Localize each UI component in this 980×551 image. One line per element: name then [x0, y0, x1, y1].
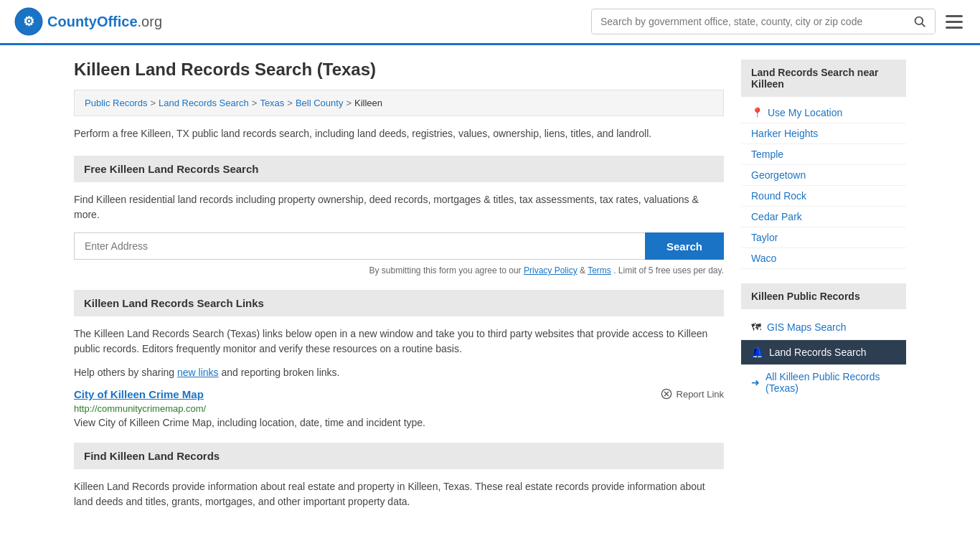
gis-maps-link[interactable]: GIS Maps Search — [767, 321, 847, 333]
list-item: Round Rock — [741, 186, 906, 207]
site-search-input[interactable] — [592, 10, 905, 33]
breadcrumb-sep-1: > — [150, 98, 156, 108]
sidebar-city-round-rock[interactable]: Round Rock — [751, 190, 806, 202]
breadcrumb-sep-2: > — [252, 98, 258, 108]
list-item: Cedar Park — [741, 207, 906, 227]
disclaimer-ampersand: & — [580, 265, 588, 276]
free-search-description: Find Killeen residential land records in… — [74, 192, 724, 222]
breadcrumb-sep-4: > — [346, 98, 352, 108]
header-right — [591, 9, 966, 34]
find-section: Find Killeen Land Records Killeen Land R… — [74, 443, 724, 509]
breadcrumb-public-records[interactable]: Public Records — [85, 98, 147, 108]
breadcrumb-bell-county[interactable]: Bell County — [296, 98, 343, 108]
hamburger-line-3 — [946, 27, 963, 29]
disclaimer-limit: . Limit of 5 free uses per day. — [613, 265, 724, 276]
svg-text:⚙: ⚙ — [23, 14, 34, 29]
map-icon — [751, 321, 761, 334]
site-search-button[interactable] — [905, 9, 935, 34]
address-input[interactable] — [74, 232, 645, 260]
sidebar-city-waco[interactable]: Waco — [751, 253, 776, 264]
search-icon — [913, 15, 926, 28]
address-search-button[interactable]: Search — [645, 232, 724, 260]
site-search-bar — [591, 9, 936, 34]
logo-area: ⚙ CountyOffice.org — [14, 7, 162, 36]
help-prefix: Help others by sharing — [74, 367, 174, 378]
address-form: Search — [74, 232, 724, 260]
all-records-link[interactable]: All Killeen Public Records (Texas) — [765, 371, 896, 394]
sidebar-all-records[interactable]: All Killeen Public Records (Texas) — [741, 365, 906, 400]
link-entry-desc: View City of Killeen Crime Map, includin… — [74, 417, 724, 428]
main-container: Killeen Land Records Search (Texas) Publ… — [60, 45, 920, 534]
sidebar-city-temple[interactable]: Temple — [751, 149, 783, 160]
list-item: Georgetown — [741, 165, 906, 186]
link-entry-url: http://communitycrimemap.com/ — [74, 403, 724, 414]
terms-link[interactable]: Terms — [588, 265, 611, 276]
arrow-icon — [751, 377, 760, 388]
sidebar-land-records[interactable]: Land Records Search — [741, 340, 906, 365]
list-item: Waco — [741, 248, 906, 269]
hamburger-line-1 — [946, 15, 963, 17]
help-text: Help others by sharing new links and rep… — [74, 367, 724, 378]
links-heading: Killeen Land Records Search Links — [74, 290, 724, 316]
list-item: Harker Heights — [741, 123, 906, 144]
list-item: Taylor — [741, 227, 906, 248]
logo-icon: ⚙ — [14, 7, 43, 36]
new-links-link[interactable]: new links — [177, 367, 219, 378]
link-entry: City of Killeen Crime Map Report Link ht… — [74, 388, 724, 428]
sidebar-nearby-list: Use My Location Harker Heights Temple Ge… — [741, 103, 906, 269]
sidebar: Land Records Search near Killeen Use My … — [741, 60, 906, 519]
link-entry-header: City of Killeen Crime Map Report Link — [74, 388, 724, 400]
sidebar-public-records-heading: Killeen Public Records — [741, 283, 906, 309]
hamburger-line-2 — [946, 21, 963, 23]
privacy-policy-link[interactable]: Privacy Policy — [524, 265, 578, 276]
report-link-button[interactable]: Report Link — [661, 388, 724, 400]
breadcrumb-killeen: Killeen — [354, 98, 382, 108]
site-header: ⚙ CountyOffice.org — [0, 0, 980, 45]
sidebar-use-location[interactable]: Use My Location — [741, 103, 906, 123]
land-records-link[interactable]: Land Records Search — [769, 347, 866, 358]
content-area: Killeen Land Records Search (Texas) Publ… — [74, 60, 724, 519]
use-location-link[interactable]: Use My Location — [768, 107, 842, 118]
page-title: Killeen Land Records Search (Texas) — [74, 60, 724, 80]
links-description: The Killeen Land Records Search (Texas) … — [74, 326, 724, 357]
sidebar-public-records-list: GIS Maps Search Land Records Search All … — [741, 315, 906, 400]
free-search-heading: Free Killeen Land Records Search — [74, 156, 724, 182]
sidebar-city-georgetown[interactable]: Georgetown — [751, 169, 806, 181]
link-entry-title[interactable]: City of Killeen Crime Map — [74, 388, 204, 400]
help-and: and reporting broken links. — [221, 367, 339, 378]
breadcrumb-texas[interactable]: Texas — [260, 98, 284, 108]
links-section: Killeen Land Records Search Links The Ki… — [74, 290, 724, 428]
form-disclaimer: By submitting this form you agree to our… — [74, 265, 724, 276]
sidebar-city-taylor[interactable]: Taylor — [751, 232, 778, 243]
hamburger-menu-button[interactable] — [943, 12, 966, 32]
breadcrumb-land-records[interactable]: Land Records Search — [159, 98, 249, 108]
svg-line-3 — [922, 24, 925, 27]
report-icon — [661, 388, 672, 400]
list-item: Temple — [741, 144, 906, 165]
sidebar-gis-maps[interactable]: GIS Maps Search — [741, 315, 906, 340]
sidebar-nearby-heading: Land Records Search near Killeen — [741, 60, 906, 97]
breadcrumb-sep-3: > — [287, 98, 293, 108]
bell-icon — [751, 346, 763, 359]
disclaimer-text: By submitting this form you agree to our — [369, 265, 522, 276]
sidebar-city-harker-heights[interactable]: Harker Heights — [751, 128, 818, 139]
location-pin-icon — [751, 107, 763, 118]
report-link-label: Report Link — [677, 389, 724, 400]
logo-text: CountyOffice.org — [47, 14, 162, 30]
sidebar-city-cedar-park[interactable]: Cedar Park — [751, 211, 802, 222]
breadcrumb: Public Records > Land Records Search > T… — [74, 90, 724, 116]
find-heading: Find Killeen Land Records — [74, 443, 724, 469]
page-intro-text: Perform a free Killeen, TX public land r… — [74, 126, 724, 141]
find-description: Killeen Land Records provide information… — [74, 479, 724, 509]
free-search-section: Free Killeen Land Records Search Find Ki… — [74, 156, 724, 276]
